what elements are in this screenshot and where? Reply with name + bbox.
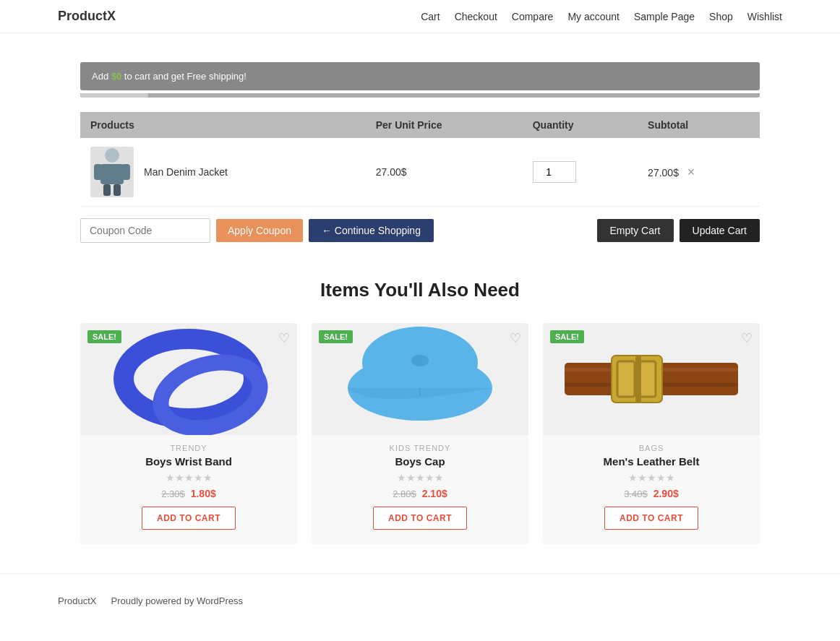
footer-brand[interactable]: ProductX bbox=[58, 595, 96, 606]
product-category-3: BAGS bbox=[543, 444, 760, 452]
main-content: Add $0 to cart and get Free shipping! Pr… bbox=[66, 62, 774, 544]
wishlist-btn-2[interactable]: ♡ bbox=[510, 330, 521, 346]
original-price-2: 2.80$ bbox=[393, 489, 416, 499]
also-need-section: Items You'll Also Need SALE! ♡ TRENDY Bo… bbox=[80, 279, 760, 544]
remove-item-button[interactable]: × bbox=[687, 165, 695, 180]
update-cart-button[interactable]: Update Cart bbox=[680, 219, 760, 242]
product-price: 27.00$ bbox=[366, 138, 523, 207]
header: ProductX Cart Checkout Compare My accoun… bbox=[0, 0, 840, 33]
nav-cart[interactable]: Cart bbox=[421, 11, 440, 22]
product-image bbox=[90, 147, 134, 197]
sale-price-2: 2.10$ bbox=[422, 488, 447, 499]
svg-point-0 bbox=[105, 148, 119, 163]
shipping-banner: Add $0 to cart and get Free shipping! bbox=[80, 62, 760, 90]
nav-samplepage[interactable]: Sample Page bbox=[634, 11, 695, 22]
main-nav: Cart Checkout Compare My account Sample … bbox=[421, 11, 782, 22]
table-row: Man Denim Jacket 27.00$ 27.00$ × bbox=[80, 138, 760, 207]
shipping-amount: $0 bbox=[111, 71, 121, 82]
original-price-3: 3.40$ bbox=[624, 489, 648, 499]
product-card-3: SALE! ♡ bbox=[543, 323, 760, 544]
empty-cart-button[interactable]: Empty Cart bbox=[597, 219, 674, 242]
apply-coupon-button[interactable]: Apply Coupon bbox=[216, 219, 303, 242]
logo: ProductX bbox=[58, 9, 116, 24]
add-to-cart-btn-1[interactable]: ADD TO CART bbox=[142, 507, 236, 530]
price-block-2: 2.80$ 2.10$ bbox=[312, 488, 528, 499]
footer: ProductX Proudly powered by WordPress bbox=[0, 573, 840, 628]
svg-rect-3 bbox=[121, 164, 130, 180]
product-title-3: Men's Leather Belt bbox=[543, 455, 760, 468]
shipping-progress-fill bbox=[80, 93, 148, 98]
shipping-progress-bar-container bbox=[80, 93, 760, 98]
product-name: Man Denim Jacket bbox=[144, 166, 228, 178]
cart-actions: Apply Coupon ← Continue Shopping Empty C… bbox=[80, 218, 760, 243]
svg-rect-5 bbox=[113, 184, 121, 196]
sale-badge-2: SALE! bbox=[319, 330, 353, 343]
continue-shopping-button[interactable]: ← Continue Shopping bbox=[309, 219, 434, 242]
cart-table: Products Per Unit Price Quantity Subtota… bbox=[80, 112, 760, 207]
svg-rect-4 bbox=[103, 184, 111, 196]
product-title-1: Boys Wrist Band bbox=[80, 455, 297, 468]
cart-table-body: Man Denim Jacket 27.00$ 27.00$ × bbox=[80, 138, 760, 207]
wishlist-btn-1[interactable]: ♡ bbox=[278, 330, 290, 346]
product-stars-2: ★★★★★ bbox=[312, 472, 528, 483]
sale-badge-1: SALE! bbox=[87, 330, 121, 343]
product-title-2: Boys Cap bbox=[312, 455, 528, 468]
add-to-cart-btn-3[interactable]: ADD TO CART bbox=[604, 507, 698, 530]
col-products: Products bbox=[80, 112, 366, 138]
also-need-title: Items You'll Also Need bbox=[80, 279, 760, 301]
cart-table-header: Products Per Unit Price Quantity Subtota… bbox=[80, 112, 760, 138]
wishlist-btn-3[interactable]: ♡ bbox=[741, 330, 753, 346]
col-quantity: Quantity bbox=[523, 112, 638, 138]
product-stars-3: ★★★★★ bbox=[543, 472, 760, 483]
nav-myaccount[interactable]: My account bbox=[567, 11, 620, 22]
nav-checkout[interactable]: Checkout bbox=[455, 11, 497, 22]
subtotal-value: 27.00$ bbox=[648, 167, 679, 178]
price-block-1: 2.30$ 1.80$ bbox=[80, 488, 297, 499]
nav-shop[interactable]: Shop bbox=[709, 11, 733, 22]
product-category-2: KIDS TRENDY bbox=[312, 444, 528, 452]
product-card-2: SALE! ♡ KIDS TRENDY Boys Cap ★★★★★ bbox=[312, 323, 528, 544]
svg-point-10 bbox=[411, 355, 429, 366]
sale-badge-3: SALE! bbox=[550, 330, 584, 343]
price-block-3: 3.40$ 2.90$ bbox=[543, 488, 760, 499]
product-card-1: SALE! ♡ TRENDY Boys Wrist Band ★★★★★ 2.3… bbox=[80, 323, 297, 544]
cart-right-actions: Empty Cart Update Cart bbox=[597, 219, 760, 242]
product-cell: Man Denim Jacket bbox=[90, 147, 356, 197]
product-stars-1: ★★★★★ bbox=[80, 472, 297, 483]
svg-rect-1 bbox=[100, 164, 124, 184]
col-subtotal: Subtotal bbox=[638, 112, 760, 138]
sale-price-3: 2.90$ bbox=[653, 488, 679, 499]
col-price: Per Unit Price bbox=[366, 112, 523, 138]
original-price-1: 2.30$ bbox=[161, 489, 185, 499]
shipping-prefix: Add bbox=[92, 71, 111, 82]
svg-rect-2 bbox=[94, 164, 103, 180]
products-grid: SALE! ♡ TRENDY Boys Wrist Band ★★★★★ 2.3… bbox=[80, 323, 760, 544]
product-subtotal: 27.00$ × bbox=[638, 138, 760, 207]
coupon-input[interactable] bbox=[80, 218, 210, 243]
footer-powered: Proudly powered by WordPress bbox=[111, 595, 243, 606]
nav-wishlist[interactable]: Wishlist bbox=[747, 11, 782, 22]
quantity-input[interactable] bbox=[533, 161, 576, 183]
nav-compare[interactable]: Compare bbox=[512, 11, 554, 22]
add-to-cart-btn-2[interactable]: ADD TO CART bbox=[373, 507, 467, 530]
shipping-suffix: to cart and get Free shipping! bbox=[121, 71, 247, 82]
sale-price-1: 1.80$ bbox=[191, 488, 216, 499]
product-category-1: TRENDY bbox=[80, 444, 297, 452]
